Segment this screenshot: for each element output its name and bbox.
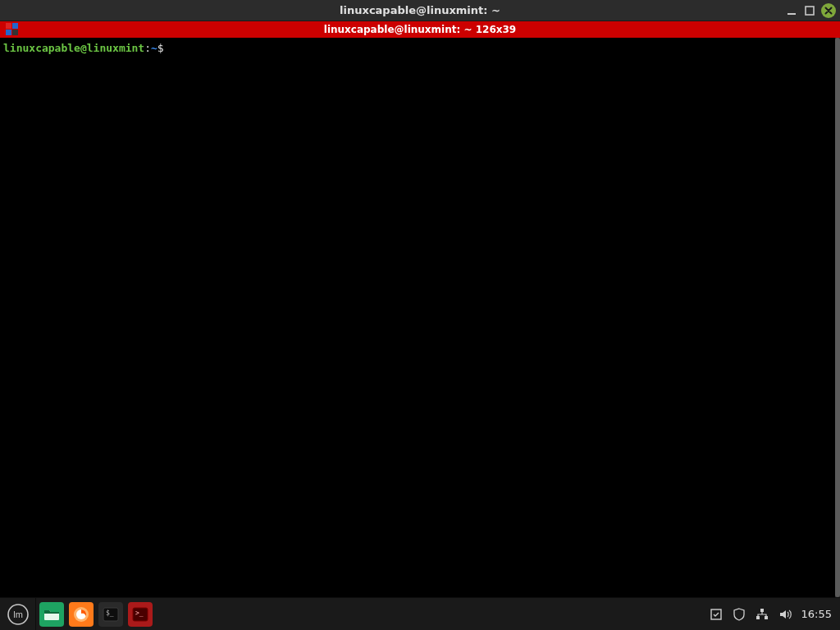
update-manager-icon[interactable] <box>709 607 724 622</box>
window-title: linuxcapable@linuxmint: ~ <box>0 4 840 16</box>
prompt-line: linuxcapable@linuxmint:~$ <box>3 41 832 55</box>
terminal-output[interactable]: linuxcapable@linuxmint:~$ <box>0 38 835 597</box>
svg-rect-7 <box>12 30 18 35</box>
scrollbar-thumb[interactable] <box>835 38 840 597</box>
minimize-button[interactable] <box>784 3 799 18</box>
taskbar-panel: lm $_ <box>0 597 840 630</box>
svg-rect-1 <box>806 7 814 15</box>
files-launcher[interactable] <box>39 602 64 627</box>
window-controls <box>784 0 837 21</box>
clock[interactable]: 16:55 <box>801 608 832 620</box>
shield-icon[interactable] <box>732 607 746 622</box>
prompt-separator: : <box>144 42 151 54</box>
svg-rect-5 <box>12 23 18 29</box>
close-button[interactable] <box>820 2 837 19</box>
svg-text:$_: $_ <box>106 609 114 617</box>
terminal-launcher[interactable]: $_ <box>98 602 123 627</box>
network-icon[interactable] <box>755 607 769 622</box>
svg-text:>_: >_ <box>135 609 144 617</box>
svg-rect-17 <box>760 609 764 612</box>
terminal-title-strip[interactable]: linuxcapable@linuxmint: ~ 126x39 <box>0 21 840 38</box>
terminal-area: linuxcapable@linuxmint:~$ <box>0 38 840 597</box>
volume-icon[interactable] <box>778 607 792 622</box>
prompt-user-host: linuxcapable@linuxmint <box>3 42 144 54</box>
taskbar-left: $_ >_ <box>36 598 709 630</box>
firefox-launcher[interactable] <box>69 602 94 627</box>
svg-rect-16 <box>711 609 721 619</box>
terminal-title-label: linuxcapable@linuxmint: ~ 126x39 <box>324 24 516 35</box>
start-menu-button[interactable]: lm <box>0 598 36 631</box>
prompt-space <box>164 42 171 54</box>
maximize-button[interactable] <box>802 3 817 18</box>
svg-rect-19 <box>765 616 768 619</box>
system-tray: 16:55 <box>709 598 840 630</box>
window-titlebar[interactable]: linuxcapable@linuxmint: ~ <box>0 0 840 21</box>
prompt-path: ~ <box>151 42 158 54</box>
terminator-launcher[interactable]: >_ <box>128 602 153 627</box>
svg-rect-18 <box>756 616 760 619</box>
prompt-symbol: $ <box>158 42 164 54</box>
svg-rect-4 <box>6 23 11 29</box>
svg-rect-6 <box>6 30 11 35</box>
terminal-app-icon <box>5 22 21 37</box>
desktop-root: linuxcapable@linuxmint: ~ <box>0 0 840 630</box>
svg-text:lm: lm <box>13 609 23 619</box>
terminal-scrollbar[interactable] <box>835 38 840 597</box>
svg-rect-0 <box>788 13 796 15</box>
